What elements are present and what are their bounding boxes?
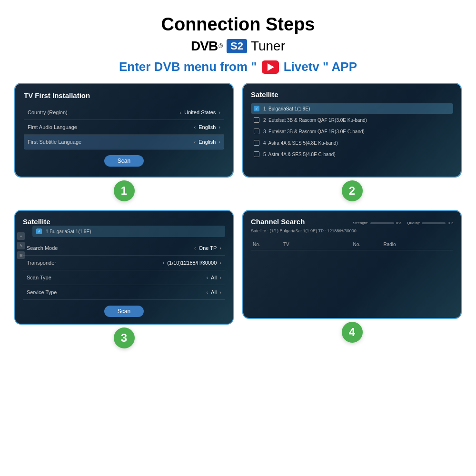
satellite-item-4[interactable]: 4 Astra 4A & SES 5(4.8E Ku-band) — [251, 138, 453, 148]
sat-checkbox-5[interactable] — [254, 151, 259, 157]
quality-label: Quality: — [407, 221, 420, 225]
play-triangle-icon — [268, 63, 274, 71]
quality-value: 0% — [447, 221, 453, 225]
screen1-content: TV First Installation Country (Region) ‹… — [15, 84, 233, 177]
sat-checkbox-1[interactable] — [254, 106, 259, 111]
satellite-list: 1 BulgariaSat 1(1.9E) 2 Eutelsat 3B & Ra… — [251, 103, 453, 159]
col-tv: TV — [283, 242, 351, 247]
side-icons: + ✎ ⊟ — [17, 232, 25, 259]
strength-bar — [370, 222, 394, 224]
step-3-wrapper: Satellite + ✎ ⊟ 1 BulgariaSat 1(1.9E) Se… — [14, 210, 234, 348]
step-4-wrapper: Channel Search Strength: 0% Quality: 0% — [242, 210, 462, 348]
sat-name-5: 5 Astra 4A & SES 5(4.8E C-band) — [263, 152, 336, 157]
right-chevron-service: › — [219, 289, 221, 295]
left-chevron-tp: ‹ — [163, 260, 165, 266]
steps-grid: TV First Installation Country (Region) ‹… — [14, 83, 462, 348]
sat-name-2: 2 Eutelsat 3B & Rascom QAF 1R(3.0E Ku-ba… — [263, 118, 367, 123]
screen3-card: Satellite + ✎ ⊟ 1 BulgariaSat 1(1.9E) Se… — [14, 210, 234, 325]
strength-item: Strength: 0% — [353, 221, 401, 225]
right-chevron-audio: › — [218, 124, 220, 130]
quality-item: Quality: 0% — [407, 221, 453, 225]
left-chevron-subtitle: ‹ — [194, 139, 196, 145]
scan-type-group: ‹ All › — [206, 275, 221, 280]
col-radio: Radio — [384, 242, 452, 247]
s2-badge: S2 — [227, 39, 247, 53]
col-no2: No. — [353, 242, 382, 247]
settings-row-transponder: Transponder ‹ (1/10)12188/H/30000 › — [23, 256, 225, 270]
left-chevron-scan: ‹ — [206, 275, 208, 280]
add-icon[interactable]: + — [17, 232, 25, 240]
service-type-group: ‹ All › — [206, 289, 221, 295]
sat-checkbox-4[interactable] — [254, 140, 259, 146]
settings-row-search-mode: Search Mode ‹ One TP › — [23, 241, 225, 256]
screen4-content: Channel Search Strength: 0% Quality: 0% — [243, 211, 461, 318]
screen3-settings: Search Mode ‹ One TP › Transponder ‹ — [23, 241, 225, 300]
remove-icon[interactable]: ⊟ — [17, 251, 25, 259]
screen1-settings: Country (Region) ‹ United States › First… — [24, 105, 224, 149]
dvb-reg: ® — [218, 43, 223, 50]
main-title: Connection Steps — [161, 14, 315, 35]
quality-bar — [422, 222, 446, 224]
right-chevron-scan: › — [219, 275, 221, 280]
scan-type-label: Scan Type — [27, 275, 51, 280]
edit-icon[interactable]: ✎ — [17, 242, 25, 249]
right-chevron-subtitle: › — [218, 139, 220, 145]
satellite-item-5[interactable]: 5 Astra 4A & SES 5(4.8E C-band) — [251, 149, 453, 159]
screen2-content: Satellite 1 BulgariaSat 1(1.9E) 2 Eutels… — [243, 84, 461, 177]
scan-button-3[interactable]: Scan — [104, 306, 144, 317]
scan-type-value: All — [211, 275, 217, 280]
subtitle-prefix: Enter DVB menu from " — [119, 60, 257, 74]
step-1-wrapper: TV First Installation Country (Region) ‹… — [14, 83, 234, 201]
scan-button-1[interactable]: Scan — [104, 155, 144, 167]
step-2-wrapper: Satellite 1 BulgariaSat 1(1.9E) 2 Eutels… — [242, 83, 462, 201]
dvb-logo: DVB® — [191, 39, 223, 54]
sat3-checkbox[interactable] — [36, 228, 42, 234]
right-chevron-tp: › — [219, 260, 221, 266]
sat3-name: 1 BulgariaSat 1(1.9E) — [46, 229, 91, 234]
service-type-label: Service Type — [27, 289, 57, 295]
country-label: Country (Region) — [28, 109, 68, 115]
dvb-tuner-line: DVB® S2 Tuner — [191, 39, 285, 54]
search-mode-label: Search Mode — [27, 245, 58, 251]
satellite-item-3[interactable]: 3 Eutelsat 3B & Rascom QAF 1R(3.0E C-ban… — [251, 126, 453, 137]
screen3-content: Satellite + ✎ ⊟ 1 BulgariaSat 1(1.9E) Se… — [15, 211, 233, 324]
left-chevron-service: ‹ — [206, 289, 208, 295]
sat-name-3: 3 Eutelsat 3B & Rascom QAF 1R(3.0E C-ban… — [263, 129, 365, 134]
strength-value: 0% — [396, 221, 402, 225]
screen4-card: Channel Search Strength: 0% Quality: 0% — [242, 210, 462, 319]
sat-checkbox-2[interactable] — [254, 117, 259, 123]
sat-checkbox-3[interactable] — [254, 129, 259, 134]
step-badge-1: 1 — [114, 180, 135, 201]
subtitle-value-group: ‹ English › — [194, 139, 220, 145]
country-value-group: ‹ United States › — [180, 109, 220, 115]
dvb-text: DVB — [191, 39, 218, 54]
audio-value: English — [198, 124, 216, 130]
audio-label: First Audio Language — [28, 124, 77, 130]
transponder-group: ‹ (1/10)12188/H/30000 › — [163, 260, 221, 266]
step-badge-4: 4 — [342, 322, 363, 343]
tuner-text: Tuner — [251, 39, 285, 54]
screen3-title: Satellite — [23, 218, 225, 226]
col-no1: No. — [253, 242, 281, 247]
satellite-item-1[interactable]: 1 BulgariaSat 1(1.9E) — [251, 103, 453, 114]
left-chevron-country: ‹ — [180, 109, 182, 115]
screen1-card: TV First Installation Country (Region) ‹… — [14, 83, 234, 178]
screen4-title: Channel Search — [251, 218, 305, 226]
settings-row-scan-type: Scan Type ‹ All › — [23, 270, 225, 285]
settings-row-service-type: Service Type ‹ All › — [23, 285, 225, 300]
screen4-header: Channel Search Strength: 0% Quality: 0% — [251, 218, 453, 226]
sat3-selected-item[interactable]: 1 BulgariaSat 1(1.9E) — [32, 226, 225, 237]
satellite-item-2[interactable]: 2 Eutelsat 3B & Rascom QAF 1R(3.0E Ku-ba… — [251, 115, 453, 125]
country-value: United States — [184, 109, 216, 115]
screen2-card: Satellite 1 BulgariaSat 1(1.9E) 2 Eutels… — [242, 83, 462, 178]
settings-row-subtitle: First Subtitle Language ‹ English › — [24, 135, 224, 149]
search-mode-group: ‹ One TP › — [194, 245, 221, 251]
screen1-title: TV First Installation — [24, 91, 224, 99]
channel-table-header: No. TV No. Radio — [251, 239, 453, 250]
strength-label: Strength: — [353, 221, 368, 225]
livetv-icon — [262, 60, 279, 74]
page-container: Connection Steps DVB® S2 Tuner Enter DVB… — [0, 0, 476, 476]
step-badge-2: 2 — [342, 180, 363, 201]
subtitle-line: Enter DVB menu from " Livetv " APP — [119, 60, 357, 74]
sat-name-4: 4 Astra 4A & SES 5(4.8E Ku-band) — [263, 140, 338, 146]
